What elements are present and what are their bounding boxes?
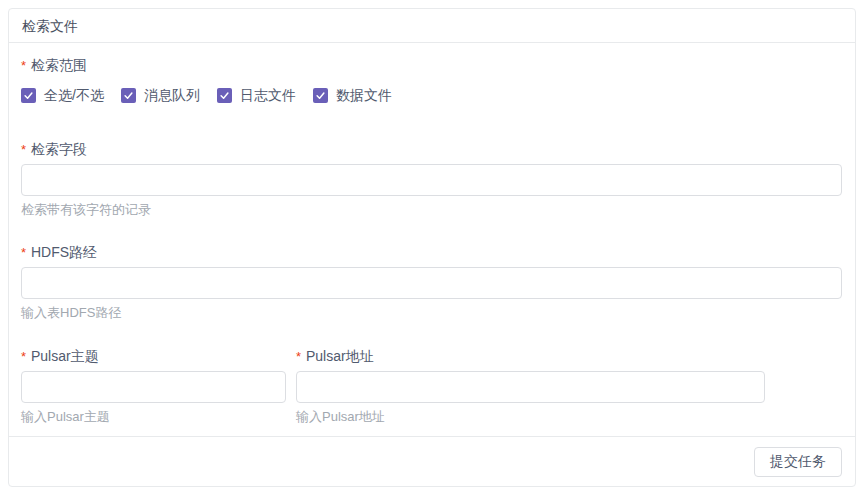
checkbox-log-files[interactable]: 日志文件 xyxy=(217,85,296,105)
form-item-pulsar-topic: *Pulsar主题 输入Pulsar主题 xyxy=(21,347,286,426)
checkbox-message-queue[interactable]: 消息队列 xyxy=(121,85,200,105)
hdfs-path-label: *HDFS路经 xyxy=(31,243,97,261)
search-form: *检索范围 全选/不选 消息队列 日志文件 数据文件 xyxy=(9,43,855,436)
checkbox-select-all[interactable]: 全选/不选 xyxy=(21,85,104,105)
checkbox-label: 日志文件 xyxy=(240,85,296,105)
hdfs-path-label-text: HDFS路经 xyxy=(31,244,97,260)
hdfs-path-helper: 输入表HDFS路径 xyxy=(21,304,842,322)
hdfs-path-input[interactable] xyxy=(21,267,842,299)
card-header: 检索文件 xyxy=(9,9,855,43)
pulsar-row: *Pulsar主题 输入Pulsar主题 *Pulsar地址 输入Pulsar地… xyxy=(21,347,842,426)
submit-task-button[interactable]: 提交任务 xyxy=(754,447,842,477)
pulsar-topic-label: *Pulsar主题 xyxy=(31,347,99,365)
checkbox-data-files[interactable]: 数据文件 xyxy=(313,85,392,105)
required-marker: * xyxy=(21,141,26,159)
search-files-card: 检索文件 *检索范围 全选/不选 消息队列 日志文件 xyxy=(8,8,856,487)
checkbox-checked-icon[interactable] xyxy=(121,88,136,103)
search-field-label: *检索字段 xyxy=(31,140,87,158)
search-field-input[interactable] xyxy=(21,164,842,196)
pulsar-topic-helper: 输入Pulsar主题 xyxy=(21,408,286,426)
form-item-hdfs-path: *HDFS路经 输入表HDFS路径 xyxy=(21,243,842,322)
pulsar-address-label-text: Pulsar地址 xyxy=(306,348,374,364)
required-marker: * xyxy=(21,244,26,262)
scope-checkbox-row: 全选/不选 消息队列 日志文件 数据文件 xyxy=(21,85,842,105)
required-marker: * xyxy=(21,57,26,75)
checkbox-checked-icon[interactable] xyxy=(21,88,36,103)
required-marker: * xyxy=(296,348,301,366)
required-marker: * xyxy=(21,348,26,366)
checkbox-checked-icon[interactable] xyxy=(217,88,232,103)
card-footer: 提交任务 xyxy=(9,436,855,486)
checkbox-label: 消息队列 xyxy=(144,85,200,105)
checkbox-checked-icon[interactable] xyxy=(313,88,328,103)
scope-label: *检索范围 xyxy=(31,56,87,74)
search-field-label-text: 检索字段 xyxy=(31,141,87,157)
checkbox-label: 数据文件 xyxy=(336,85,392,105)
form-item-search-field: *检索字段 检索带有该字符的记录 xyxy=(21,140,842,219)
checkbox-label: 全选/不选 xyxy=(44,85,104,105)
pulsar-address-helper: 输入Pulsar地址 xyxy=(296,408,765,426)
page-title: 检索文件 xyxy=(22,19,78,33)
pulsar-topic-label-text: Pulsar主题 xyxy=(31,348,99,364)
form-item-pulsar-address: *Pulsar地址 输入Pulsar地址 xyxy=(296,347,765,426)
pulsar-address-label: *Pulsar地址 xyxy=(306,347,374,365)
search-field-helper: 检索带有该字符的记录 xyxy=(21,201,842,219)
pulsar-topic-input[interactable] xyxy=(21,371,286,403)
scope-label-text: 检索范围 xyxy=(31,57,87,73)
form-item-scope: *检索范围 全选/不选 消息队列 日志文件 数据文件 xyxy=(21,56,842,105)
pulsar-address-input[interactable] xyxy=(296,371,765,403)
